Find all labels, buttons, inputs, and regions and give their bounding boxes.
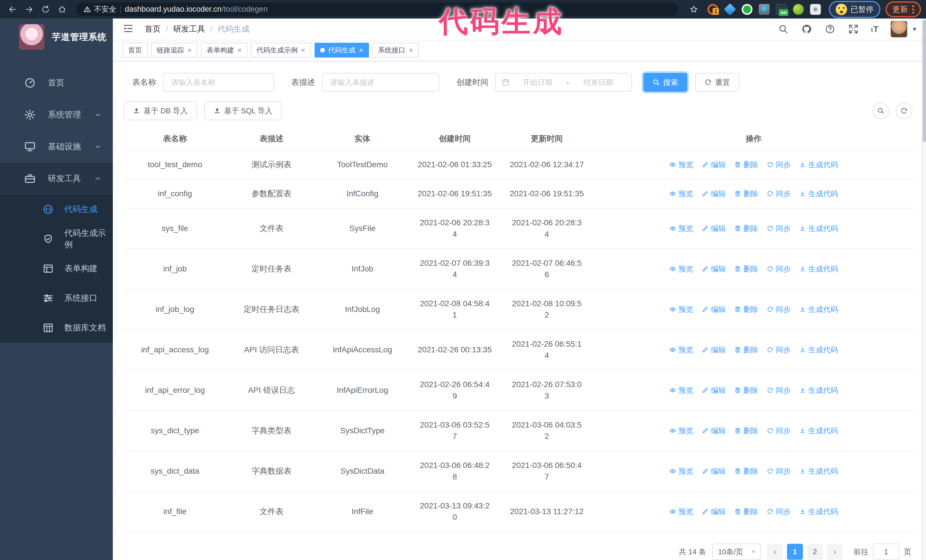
font-size-icon[interactable]: tT [871, 24, 879, 34]
eye-action-link[interactable]: 预览 [669, 344, 693, 355]
hamburger-icon[interactable] [123, 23, 135, 35]
submenu-item-4[interactable]: 数据库文档 [0, 313, 113, 343]
table-name-input[interactable] [163, 73, 274, 92]
address-bar[interactable]: 不安全 dashboard.yudao.iocoder.cn/tool/code… [76, 3, 678, 16]
download-action-link[interactable]: 生成代码 [799, 223, 838, 234]
sync-action-link[interactable]: 同步 [767, 188, 791, 199]
bookmark-star-icon[interactable] [686, 2, 701, 17]
edit-action-link[interactable]: 编辑 [702, 506, 726, 517]
sync-action-link[interactable]: 同步 [767, 263, 791, 275]
close-icon[interactable]: × [359, 47, 363, 54]
next-page-button[interactable]: › [827, 544, 843, 560]
delete-action-link[interactable]: 删除 [734, 344, 758, 355]
delete-action-link[interactable]: 删除 [734, 303, 758, 315]
download-action-link[interactable]: 生成代码 [799, 425, 838, 436]
submenu-item-2[interactable]: 表单构建 [0, 254, 113, 284]
eye-action-link[interactable]: 预览 [669, 159, 693, 171]
extension-panels-icon[interactable] [759, 4, 770, 15]
fullscreen-icon[interactable] [848, 23, 859, 35]
breadcrumb-item-0[interactable]: 首页 [145, 24, 161, 35]
import-sql-button[interactable]: 基于 SQL 导入 [204, 101, 282, 120]
sync-action-link[interactable]: 同步 [767, 465, 791, 477]
import-db-button[interactable]: 基于 DB 导入 [124, 101, 197, 120]
home-icon[interactable] [55, 2, 70, 17]
user-avatar[interactable] [891, 21, 907, 37]
breadcrumb-item-1[interactable]: 研发工具 [173, 24, 205, 35]
page-button-1[interactable]: 1 [787, 544, 803, 560]
sync-action-link[interactable]: 同步 [767, 385, 791, 396]
tab-5[interactable]: 系统接口× [372, 43, 419, 57]
edit-action-link[interactable]: 编辑 [702, 263, 726, 275]
download-action-link[interactable]: 生成代码 [799, 506, 838, 517]
extension-gem-icon[interactable] [724, 3, 736, 15]
sidebar-item-2[interactable]: 基础设施 [0, 131, 113, 163]
delete-action-link[interactable]: 删除 [734, 263, 758, 275]
sidebar-item-0[interactable]: 首页 [0, 67, 113, 99]
edit-action-link[interactable]: 编辑 [702, 344, 726, 355]
sync-action-link[interactable]: 同步 [767, 159, 791, 171]
submenu-item-1[interactable]: 代码生成示例 [0, 224, 113, 254]
close-icon[interactable]: × [238, 47, 242, 54]
reload-icon[interactable] [38, 2, 53, 17]
eye-action-link[interactable]: 预览 [669, 303, 693, 315]
tab-4[interactable]: 代码生成× [315, 43, 369, 57]
download-action-link[interactable]: 生成代码 [799, 188, 838, 199]
sync-action-link[interactable]: 同步 [767, 506, 791, 517]
search-button[interactable]: 搜索 [643, 73, 687, 92]
sidebar-item-3[interactable]: 研发工具 [0, 163, 113, 195]
reset-button[interactable]: 重置 [695, 73, 739, 92]
download-action-link[interactable]: 生成代码 [799, 303, 838, 315]
delete-action-link[interactable]: 删除 [734, 159, 758, 171]
sync-action-link[interactable]: 同步 [767, 303, 791, 315]
sidebar-item-1[interactable]: 系统管理 [0, 99, 113, 131]
eye-action-link[interactable]: 预览 [669, 385, 693, 396]
sync-action-link[interactable]: 同步 [767, 344, 791, 355]
close-icon[interactable]: × [409, 47, 413, 54]
edit-action-link[interactable]: 编辑 [702, 425, 726, 436]
toggle-search-button[interactable] [872, 103, 889, 119]
delete-action-link[interactable]: 删除 [734, 506, 758, 517]
download-action-link[interactable]: 生成代码 [799, 344, 838, 355]
delete-action-link[interactable]: 删除 [734, 223, 758, 234]
forward-icon[interactable] [22, 2, 36, 17]
download-action-link[interactable]: 生成代码 [799, 465, 838, 477]
back-icon[interactable] [5, 2, 20, 17]
delete-action-link[interactable]: 删除 [734, 425, 758, 436]
submenu-item-0[interactable]: 代码生成 [0, 195, 113, 224]
edit-action-link[interactable]: 编辑 [702, 188, 726, 199]
tab-0[interactable]: 首页 [123, 43, 148, 57]
browser-update-button[interactable]: 更新 [885, 2, 921, 17]
goto-page-input[interactable] [873, 543, 899, 560]
help-icon[interactable] [824, 23, 836, 35]
close-icon[interactable]: × [301, 47, 305, 54]
security-warning[interactable]: 不安全 [83, 4, 116, 14]
edit-action-link[interactable]: 编辑 [702, 465, 726, 477]
extension-orange-icon[interactable]: 1 [707, 4, 718, 15]
sync-action-link[interactable]: 同步 [767, 223, 791, 234]
prev-page-button[interactable]: ‹ [767, 544, 783, 560]
edit-action-link[interactable]: 编辑 [702, 303, 726, 315]
submenu-item-3[interactable]: 系统接口 [0, 284, 113, 313]
extension-dark-icon[interactable]: on [776, 4, 787, 15]
delete-action-link[interactable]: 删除 [734, 465, 758, 477]
tab-1[interactable]: 链路追踪× [151, 43, 197, 57]
download-action-link[interactable]: 生成代码 [799, 159, 838, 171]
eye-action-link[interactable]: 预览 [669, 263, 693, 275]
extension-key-icon[interactable] [793, 4, 804, 15]
delete-action-link[interactable]: 删除 [734, 385, 758, 396]
paused-extension-badge[interactable]: 已暂停 [829, 1, 881, 18]
extension-shield-icon[interactable] [741, 4, 752, 15]
avatar-caret-icon[interactable]: ▾ [913, 25, 916, 33]
tab-2[interactable]: 表单构建× [201, 43, 247, 57]
sync-action-link[interactable]: 同步 [767, 425, 791, 436]
browser-menu-icon[interactable] [912, 5, 914, 14]
edit-action-link[interactable]: 编辑 [702, 223, 726, 234]
delete-action-link[interactable]: 删除 [734, 188, 758, 199]
download-action-link[interactable]: 生成代码 [799, 385, 838, 396]
search-icon[interactable] [778, 23, 789, 35]
eye-action-link[interactable]: 预览 [669, 425, 693, 436]
date-range-picker[interactable]: 开始日期 - 结束日期 [495, 73, 632, 92]
page-size-select[interactable]: 10条/页 ▾ [712, 543, 761, 560]
extension-puzzle-icon[interactable] [810, 4, 821, 15]
tab-3[interactable]: 代码生成示例× [251, 43, 311, 57]
